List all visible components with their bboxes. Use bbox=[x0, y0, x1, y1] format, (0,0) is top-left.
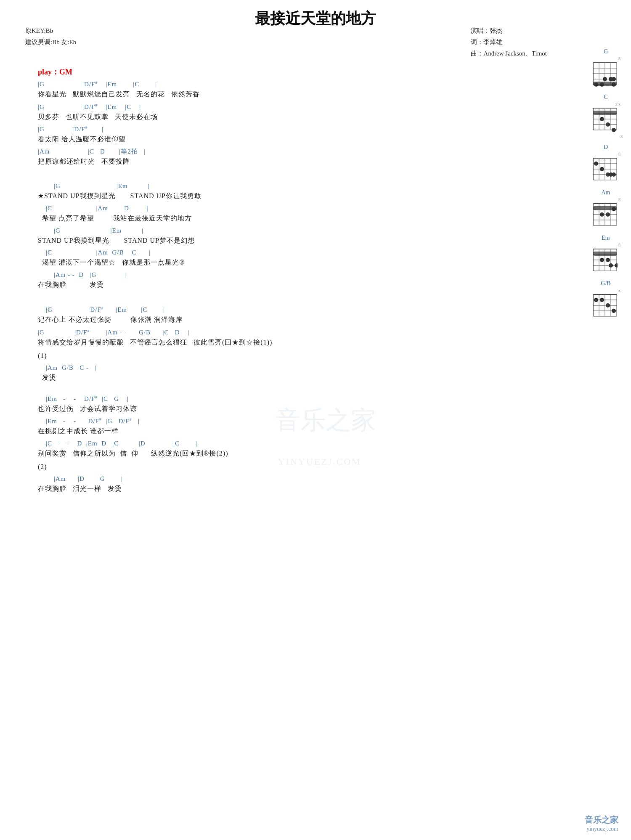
lyric-line-4: 把原谅都还给时光 不要投降 bbox=[38, 156, 618, 167]
chorus1-lyric-2: 希望 点亮了希望 我站在最接近天堂的地方 bbox=[38, 213, 618, 224]
play-label: play：GM bbox=[38, 67, 618, 77]
key-info: 原KEY:Bb bbox=[25, 25, 76, 37]
chorus1-chord-1: |G |Em | bbox=[38, 182, 618, 191]
chorus1-lyric-3: STAND UP我摸到星光 STAND UP梦不是幻想 bbox=[38, 235, 618, 246]
chorus1-section4: |C |Am G/B C - | 渴望 灌溉下一个渴望☆ 你就是那一点星光® bbox=[38, 248, 618, 268]
suggestion-info: 建议男调:Bb 女:Eb bbox=[25, 37, 76, 48]
chorus1-lyric-4: 渴望 灌溉下一个渴望☆ 你就是那一点星光® bbox=[38, 257, 618, 268]
verse3-chord-5: |Am |D |G | bbox=[38, 474, 618, 483]
verse3-section1: |Em - - D/F# |C G | 也许受过伤 才会试着学习体谅 bbox=[38, 394, 618, 414]
chorus1-chord-2: |C |Am D | bbox=[38, 204, 618, 213]
verse3-lyric-3: 别问奖赏 信仰之所以为 信 仰 纵然逆光(回★到®接(2)) bbox=[38, 448, 618, 459]
footer-brand: 音乐之家 bbox=[585, 814, 618, 826]
meta-right: 演唱：张杰 词：李焯雄 曲：Andrew Jackson、Timot bbox=[471, 25, 547, 59]
verse2-lyric-4: 发烫 bbox=[38, 372, 618, 383]
chorus1-section5: |Am - - D |G | 在我胸膛 发烫 bbox=[38, 270, 618, 290]
lyric-line-3: 看太阳 给人温暖不必谁仰望 bbox=[38, 134, 618, 145]
chord-line-3: |G |D/F# | bbox=[38, 125, 618, 134]
chorus1-lyric-1: ★STAND UP我摸到星光 STAND UP你让我勇敢 bbox=[38, 191, 618, 201]
svg-point-86 bbox=[600, 298, 604, 302]
chorus1-chord-5: |Am - - D |G | bbox=[38, 270, 618, 279]
verse3-lyric-4: (2) bbox=[38, 461, 618, 472]
meta-left: 原KEY:Bb 建议男调:Bb 女:Eb bbox=[25, 25, 76, 48]
verse3-chord-3: |C - - D |Em D |C |D |C | bbox=[38, 439, 618, 448]
chorus1-section1: |G |Em | ★STAND UP我摸到星光 STAND UP你让我勇敢 bbox=[38, 182, 618, 201]
chord-line-2: |G |D/F# |Em |C | bbox=[38, 102, 618, 111]
verse2-lyric-3: (1) bbox=[38, 350, 618, 361]
main-content: play：GM |G |D/F# |Em |C | 你看星光 默默燃烧自己发亮 … bbox=[17, 67, 618, 494]
lyricist-info: 词：李焯雄 bbox=[471, 37, 547, 48]
chorus1-section3: |G |Em | STAND UP我摸到星光 STAND UP梦不是幻想 bbox=[38, 226, 618, 246]
footer-url: yinyuezj.com bbox=[585, 826, 618, 832]
verse2-chord-4: |Am G/B C - | bbox=[38, 363, 618, 372]
verse3-lyric-2: 在挑剔之中成长 谁都一样 bbox=[38, 426, 618, 437]
verse3-lyric-5: 在我胸膛 泪光一样 发烫 bbox=[38, 483, 618, 494]
verse1-section2: |G |D/F# |Em |C | 贝多芬 也听不见鼓掌 天使未必在场 bbox=[38, 102, 618, 122]
verse1-section3: |G |D/F# | 看太阳 给人温暖不必谁仰望 bbox=[38, 125, 618, 145]
svg-point-45 bbox=[612, 172, 616, 177]
verse2-section1: |G |D/F# |Em |C | 记在心上 不必太过张扬 像张潮 润泽海岸 bbox=[38, 305, 618, 325]
verse3-chord-2: |Em - - D/F# |G D/F# | bbox=[38, 416, 618, 426]
verse2-section4: |Am G/B C - | 发烫 bbox=[38, 363, 618, 383]
chord-line-1: |G |D/F# |Em |C | bbox=[38, 79, 618, 89]
verse2-lyric-1: 记在心上 不必太过张扬 像张潮 润泽海岸 bbox=[38, 314, 618, 325]
verse2-section3: (1) bbox=[38, 350, 618, 361]
footer: 音乐之家 yinyuezj.com bbox=[585, 814, 618, 832]
chord-g-label: G bbox=[589, 48, 623, 55]
chord-line-4: |Am |C D |等2拍 | bbox=[38, 147, 618, 156]
composer-info: 曲：Andrew Jackson、Timot bbox=[471, 48, 547, 59]
verse1-section1: |G |D/F# |Em |C | 你看星光 默默燃烧自己发亮 无名的花 依然芳… bbox=[38, 79, 618, 100]
chorus1-chord-3: |G |Em | bbox=[38, 226, 618, 235]
svg-point-85 bbox=[594, 298, 598, 302]
verse2-section2: |G |D/F# |Am - - G/B |C D | 将情感交给岁月慢慢的酝酿… bbox=[38, 328, 618, 348]
verse3-chord-1: |Em - - D/F# |C G | bbox=[38, 394, 618, 403]
verse2-lyric-2: 将情感交给岁月慢慢的酝酿 不管谣言怎么猖狂 彼此雪亮(回★到☆接(1)) bbox=[38, 337, 618, 348]
verse3-section5: |Am |D |G | 在我胸膛 泪光一样 发烫 bbox=[38, 474, 618, 494]
lyric-line-2: 贝多芬 也听不见鼓掌 天使未必在场 bbox=[38, 111, 618, 122]
verse3-section2: |Em - - D/F# |G D/F# | 在挑剔之中成长 谁都一样 bbox=[38, 416, 618, 437]
chorus1-section2: |C |Am D | 希望 点亮了希望 我站在最接近天堂的地方 bbox=[38, 204, 618, 224]
verse3-lyric-1: 也许受过伤 才会试着学习体谅 bbox=[38, 403, 618, 414]
chorus1-chord-4: |C |Am G/B C - | bbox=[38, 248, 618, 257]
chord-g-fret: 8 bbox=[589, 56, 620, 61]
svg-point-42 bbox=[600, 167, 604, 171]
lyric-line-1: 你看星光 默默燃烧自己发亮 无名的花 依然芳香 bbox=[38, 89, 618, 100]
verse2-chord-1: |G |D/F# |Em |C | bbox=[38, 305, 618, 314]
verse3-section4: (2) bbox=[38, 461, 618, 472]
verse3-section3: |C - - D |Em D |C |D |C | 别问奖赏 信仰之所以为 信 … bbox=[38, 439, 618, 459]
verse1-section4: |Am |C D |等2拍 | 把原谅都还给时光 不要投降 bbox=[38, 147, 618, 167]
verse2-chord-2: |G |D/F# |Am - - G/B |C D | bbox=[38, 328, 618, 337]
singer-info: 演唱：张杰 bbox=[471, 25, 547, 37]
chorus1-lyric-5: 在我胸膛 发烫 bbox=[38, 279, 618, 290]
